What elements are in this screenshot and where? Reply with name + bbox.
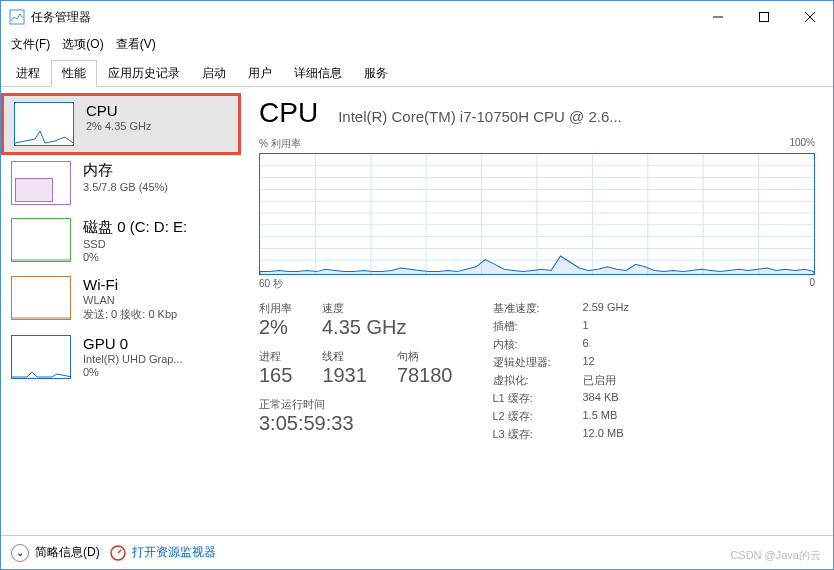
cpu-sparkline	[14, 102, 74, 146]
window-controls	[695, 1, 833, 33]
chart-label-bottom-right: 0	[809, 277, 815, 291]
sidebar: CPU 2% 4.35 GHz 内存 3.5/7.8 GB (45%) 磁盘 0…	[1, 87, 241, 537]
brief-label: 简略信息(D)	[35, 544, 100, 561]
chevron-down-icon: ⌄	[11, 544, 29, 562]
l1-label: L1 缓存:	[493, 391, 583, 406]
sidebar-gpu-sub2: 0%	[83, 366, 183, 378]
l2-value: 1.5 MB	[583, 409, 618, 424]
logical-label: 逻辑处理器:	[493, 355, 583, 370]
stats-section: 利用率2% 速度4.35 GHz 进程165 线程1931 句柄78180 正常…	[259, 301, 815, 442]
tab-app-history[interactable]: 应用历史记录	[97, 60, 191, 87]
sidebar-wifi-title: Wi-Fi	[83, 276, 177, 293]
sidebar-disk-sub: SSD	[83, 238, 187, 250]
open-resource-monitor-link[interactable]: 打开资源监视器	[110, 544, 216, 561]
handles-value: 78180	[397, 364, 453, 387]
cpu-usage-chart	[259, 153, 815, 275]
speed-value: 4.35 GHz	[322, 316, 406, 339]
uptime-label: 正常运行时间	[259, 397, 453, 412]
sidebar-item-gpu[interactable]: GPU 0 Intel(R) UHD Grap... 0%	[1, 329, 241, 386]
resource-monitor-icon	[110, 545, 126, 561]
tab-startup[interactable]: 启动	[191, 60, 237, 87]
main-title: CPU	[259, 97, 318, 129]
l1-value: 384 KB	[583, 391, 619, 406]
brief-info-button[interactable]: ⌄ 简略信息(D)	[11, 544, 100, 562]
menu-view[interactable]: 查看(V)	[116, 36, 156, 53]
chart-label-top-left: % 利用率	[259, 137, 301, 151]
tab-users[interactable]: 用户	[237, 60, 283, 87]
cores-value: 6	[583, 337, 589, 352]
footer: ⌄ 简略信息(D) 打开资源监视器	[1, 535, 833, 569]
main-subtitle: Intel(R) Core(TM) i7-10750H CPU @ 2.6...	[338, 108, 815, 125]
wifi-sparkline	[11, 276, 71, 320]
sidebar-wifi-sub: WLAN	[83, 294, 177, 306]
disk-sparkline	[11, 218, 71, 262]
app-icon	[9, 9, 25, 25]
sidebar-wifi-sub2: 发送: 0 接收: 0 Kbp	[83, 307, 177, 322]
base-speed-value: 2.59 GHz	[583, 301, 629, 316]
sidebar-memory-title: 内存	[83, 161, 168, 180]
cores-label: 内核:	[493, 337, 583, 352]
handles-label: 句柄	[397, 349, 453, 364]
sidebar-memory-sub: 3.5/7.8 GB (45%)	[83, 181, 168, 193]
window-title: 任务管理器	[31, 9, 695, 26]
sidebar-gpu-title: GPU 0	[83, 335, 183, 352]
menu-file[interactable]: 文件(F)	[11, 36, 50, 53]
virt-value: 已启用	[583, 373, 616, 388]
sidebar-disk-sub2: 0%	[83, 251, 187, 263]
maximize-button[interactable]	[741, 1, 787, 33]
l3-value: 12.0 MB	[583, 427, 624, 442]
virt-label: 虚拟化:	[493, 373, 583, 388]
sidebar-gpu-sub: Intel(R) UHD Grap...	[83, 353, 183, 365]
l3-label: L3 缓存:	[493, 427, 583, 442]
threads-label: 线程	[322, 349, 367, 364]
sidebar-item-disk[interactable]: 磁盘 0 (C: D: E: SSD 0%	[1, 212, 241, 270]
proc-value: 165	[259, 364, 292, 387]
tab-performance[interactable]: 性能	[51, 60, 97, 87]
sockets-value: 1	[583, 319, 589, 334]
memory-sparkline	[11, 161, 71, 205]
stats-right: 基准速度:2.59 GHz 插槽:1 内核:6 逻辑处理器:12 虚拟化:已启用…	[493, 301, 629, 442]
menu-options[interactable]: 选项(O)	[62, 36, 103, 53]
util-value: 2%	[259, 316, 292, 339]
titlebar: 任务管理器	[1, 1, 833, 33]
logical-value: 12	[583, 355, 595, 370]
sidebar-cpu-title: CPU	[86, 102, 151, 119]
minimize-button[interactable]	[695, 1, 741, 33]
gpu-sparkline	[11, 335, 71, 379]
chart-label-bottom-left: 60 秒	[259, 277, 283, 291]
uptime-value: 3:05:59:33	[259, 412, 453, 435]
sidebar-disk-title: 磁盘 0 (C: D: E:	[83, 218, 187, 237]
tabbar: 进程 性能 应用历史记录 启动 用户 详细信息 服务	[1, 59, 833, 87]
sockets-label: 插槽:	[493, 319, 583, 334]
base-speed-label: 基准速度:	[493, 301, 583, 316]
main-panel: CPU Intel(R) Core(TM) i7-10750H CPU @ 2.…	[241, 87, 833, 537]
svg-line-26	[118, 550, 121, 553]
util-label: 利用率	[259, 301, 292, 316]
chart-label-top-right: 100%	[789, 137, 815, 151]
close-button[interactable]	[787, 1, 833, 33]
resmon-label: 打开资源监视器	[132, 544, 216, 561]
tab-processes[interactable]: 进程	[5, 60, 51, 87]
sidebar-item-memory[interactable]: 内存 3.5/7.8 GB (45%)	[1, 155, 241, 212]
tab-services[interactable]: 服务	[353, 60, 399, 87]
svg-rect-2	[760, 13, 769, 22]
l2-label: L2 缓存:	[493, 409, 583, 424]
watermark: CSDN @Java的云	[730, 548, 821, 563]
proc-label: 进程	[259, 349, 292, 364]
menubar: 文件(F) 选项(O) 查看(V)	[1, 33, 833, 55]
threads-value: 1931	[322, 364, 367, 387]
tab-details[interactable]: 详细信息	[283, 60, 353, 87]
sidebar-item-wifi[interactable]: Wi-Fi WLAN 发送: 0 接收: 0 Kbp	[1, 270, 241, 329]
sidebar-cpu-sub: 2% 4.35 GHz	[86, 120, 151, 132]
sidebar-item-cpu[interactable]: CPU 2% 4.35 GHz	[1, 93, 241, 155]
content: CPU 2% 4.35 GHz 内存 3.5/7.8 GB (45%) 磁盘 0…	[1, 87, 833, 537]
speed-label: 速度	[322, 301, 406, 316]
